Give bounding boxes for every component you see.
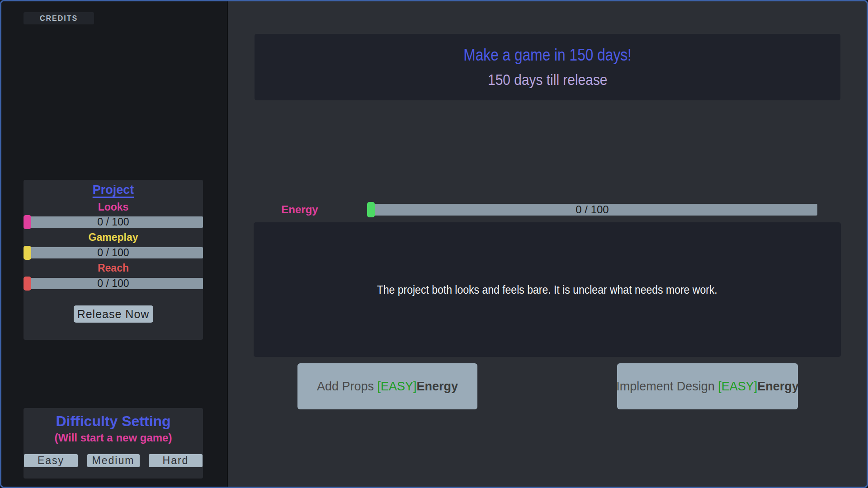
difficulty-easy-button[interactable]: Easy bbox=[24, 454, 78, 467]
stat-label-reach: Reach bbox=[24, 259, 203, 277]
goal-title: Make a game in 150 days! bbox=[463, 46, 632, 65]
add-props-difficulty-tag: [EASY] bbox=[377, 380, 416, 394]
add-props-label: Add Props bbox=[317, 380, 377, 394]
implement-design-button[interactable]: Implement Design [EASY]Energy bbox=[617, 363, 798, 409]
difficulty-hard-button[interactable]: Hard bbox=[149, 454, 203, 467]
energy-progress-bar: 0 / 100 bbox=[367, 204, 817, 216]
difficulty-title: Difficulty Setting bbox=[24, 411, 203, 432]
energy-label: Energy bbox=[255, 203, 345, 216]
add-props-cost-label: Energy bbox=[417, 380, 458, 394]
looks-bar-value: 0 / 100 bbox=[24, 216, 203, 228]
energy-bar-value: 0 / 100 bbox=[367, 204, 817, 216]
credits-button[interactable]: CREDITS bbox=[24, 12, 94, 24]
difficulty-button-row: Easy Medium Hard bbox=[24, 454, 203, 467]
status-message-box: The project both looks and feels bare. I… bbox=[254, 222, 841, 357]
project-panel-title: Project bbox=[24, 181, 203, 199]
add-props-button[interactable]: Add Props [EASY]Energy bbox=[297, 363, 477, 409]
stat-label-looks: Looks bbox=[24, 199, 203, 215]
reach-bar-value: 0 / 100 bbox=[24, 278, 203, 289]
goal-header-box: Make a game in 150 days! 150 days till r… bbox=[255, 34, 840, 100]
difficulty-subtitle: (Will start a new game) bbox=[24, 432, 203, 444]
difficulty-panel: Difficulty Setting (Will start a new gam… bbox=[24, 408, 203, 479]
reach-progress-bar: 0 / 100 bbox=[24, 278, 203, 289]
release-now-button[interactable]: Release Now bbox=[74, 305, 153, 323]
sidebar: CREDITS Project Looks 0 / 100 Gameplay 0… bbox=[1, 1, 228, 487]
implement-design-cost-label: Energy bbox=[757, 380, 799, 394]
implement-design-label: Implement Design bbox=[616, 380, 718, 394]
game-window: CREDITS Project Looks 0 / 100 Gameplay 0… bbox=[0, 0, 868, 488]
gameplay-bar-value: 0 / 100 bbox=[24, 247, 203, 258]
days-till-release: 150 days till release bbox=[488, 71, 607, 89]
project-panel: Project Looks 0 / 100 Gameplay 0 / 100 R… bbox=[24, 180, 203, 340]
implement-design-difficulty-tag: [EASY] bbox=[718, 380, 757, 394]
gameplay-progress-bar: 0 / 100 bbox=[24, 247, 203, 258]
difficulty-medium-button[interactable]: Medium bbox=[87, 454, 140, 467]
looks-progress-bar: 0 / 100 bbox=[24, 216, 203, 228]
stat-label-gameplay: Gameplay bbox=[24, 229, 203, 246]
status-message-text: The project both looks and feels bare. I… bbox=[377, 283, 717, 296]
